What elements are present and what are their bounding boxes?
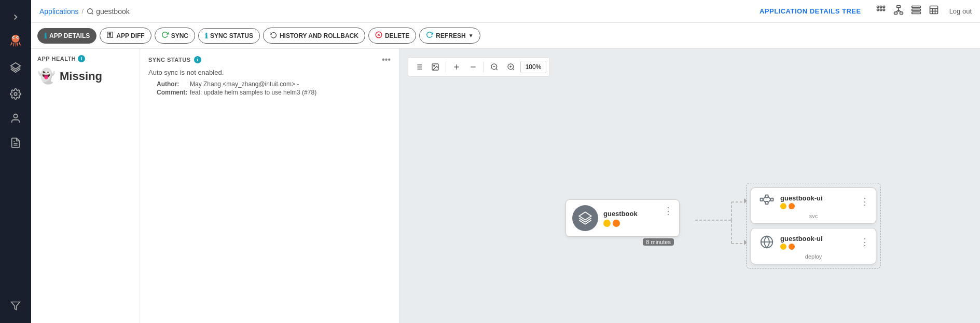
sync-label: SYNC	[171, 32, 188, 39]
app-details-icon: ℹ	[44, 32, 47, 40]
graph-connectors	[399, 49, 980, 323]
breadcrumb-app-name: guestbook	[96, 7, 130, 16]
deploy-status-orange	[789, 244, 795, 250]
delete-button[interactable]: DELETE	[368, 28, 416, 44]
applications-link[interactable]: Applications	[39, 7, 79, 16]
sync-icon	[161, 31, 169, 40]
image-toggle-button[interactable]	[428, 60, 443, 74]
svg-rect-35	[111, 32, 113, 38]
sidebar-user-icon[interactable]	[5, 108, 26, 129]
sidebar	[0, 0, 31, 323]
refresh-button[interactable]: REFRESH ▼	[419, 28, 480, 44]
svg-point-7	[13, 114, 17, 118]
svc-node-menu[interactable]: ⋮	[860, 196, 869, 207]
list-toggle-button[interactable]	[411, 60, 426, 74]
sync-more-button[interactable]: •••	[382, 55, 391, 64]
breadcrumb: Applications / guestbook	[39, 7, 130, 16]
main-node-content: guestbook	[603, 210, 658, 227]
list-view-icon[interactable]	[909, 3, 923, 20]
app-health-status: 👻 Missing	[37, 68, 133, 85]
zoom-in-mag-button[interactable]	[504, 60, 518, 74]
canvas-divider-2	[484, 62, 484, 72]
svg-point-48	[434, 65, 435, 66]
deploy-node-label: deploy	[757, 253, 869, 260]
svg-line-53	[496, 69, 498, 70]
sync-status-icon: ℹ	[205, 32, 208, 40]
sidebar-docs-icon[interactable]	[5, 132, 26, 153]
svg-rect-26	[912, 6, 920, 8]
network-view-icon[interactable]	[891, 3, 906, 20]
auto-sync-text: Auto sync is not enabled.	[148, 69, 391, 76]
side-node-bottom[interactable]: guestbook-ui ⋮ deploy	[751, 228, 876, 264]
sync-status-info-icon[interactable]: i	[194, 56, 201, 63]
zoom-out-button[interactable]	[466, 60, 480, 74]
comment-value: feat: update helm samples to use helm3 (…	[190, 89, 316, 96]
deploy-node-content: guestbook-ui	[780, 235, 856, 250]
svg-marker-10	[11, 302, 20, 310]
logout-button[interactable]: Log out	[949, 7, 972, 15]
zoom-level-input[interactable]: 100%	[520, 61, 546, 73]
svg-rect-18	[883, 9, 885, 10]
view-icons	[874, 3, 941, 20]
svc-node-content: guestbook-ui	[780, 194, 856, 209]
time-badge: 8 minutes	[643, 238, 674, 246]
refresh-icon	[426, 31, 433, 40]
app-details-button[interactable]: ℹ APP DETAILS	[37, 28, 96, 44]
svg-rect-70	[771, 198, 774, 201]
main-node-menu[interactable]: ⋮	[664, 205, 673, 217]
sidebar-nav-arrow[interactable]	[5, 7, 26, 28]
app-details-tree-link[interactable]: APPLICATION DETAILS TREE	[760, 7, 861, 15]
app-diff-button[interactable]: APP DIFF	[100, 28, 151, 44]
tree-view-icon[interactable]	[874, 3, 888, 20]
sync-comment-row: Comment: feat: update helm samples to us…	[148, 89, 391, 96]
svg-line-56	[513, 69, 514, 70]
svg-rect-28	[912, 12, 920, 14]
main-node-status	[603, 220, 658, 227]
sync-status-title: SYNC STATUS	[148, 57, 191, 63]
topbar: Applications / guestbook APPLICATION DET…	[31, 0, 980, 23]
deploy-node-menu[interactable]: ⋮	[860, 236, 869, 248]
health-status-text: Missing	[60, 70, 102, 83]
sync-status-label: SYNC STATUS	[210, 32, 253, 39]
svg-rect-27	[912, 9, 920, 10]
svg-point-4	[17, 37, 18, 38]
svg-rect-21	[900, 12, 903, 14]
refresh-dropdown-icon: ▼	[468, 33, 474, 38]
history-rollback-button[interactable]: HISTORY AND ROLLBACK	[263, 28, 365, 44]
svg-line-71	[763, 196, 766, 199]
svg-rect-29	[930, 6, 937, 14]
app-health-info-icon[interactable]: i	[78, 55, 85, 62]
sidebar-filter-icon[interactable]	[5, 295, 26, 316]
app-details-label: APP DETAILS	[49, 32, 90, 39]
sidebar-octopus-logo[interactable]	[5, 31, 26, 51]
main-node[interactable]: guestbook ⋮ 8 minutes	[565, 199, 680, 237]
app-health-title: APP HEALTH i	[37, 55, 133, 62]
svg-rect-17	[880, 9, 881, 10]
app-health-panel: APP HEALTH i 👻 Missing	[31, 49, 140, 323]
status-orange-dot	[613, 220, 620, 227]
svc-node-status	[780, 203, 856, 209]
content-area: APP HEALTH i 👻 Missing SYNC STATUS i •••…	[31, 49, 980, 323]
canvas-toolbar: 100%	[408, 57, 550, 77]
status-yellow-dot	[603, 220, 611, 227]
deploy-node-status	[780, 244, 856, 250]
svg-rect-67	[761, 198, 763, 201]
svg-point-25	[898, 10, 899, 11]
sidebar-layers-icon[interactable]	[5, 57, 26, 78]
topbar-right: APPLICATION DETAILS TREE Log out	[760, 3, 972, 20]
svg-line-74	[768, 199, 771, 203]
zoom-in-button[interactable]	[449, 60, 464, 74]
table-view-icon[interactable]	[927, 3, 941, 20]
side-node-top[interactable]: guestbook-ui ⋮ svc	[751, 187, 876, 224]
svg-rect-20	[894, 12, 897, 14]
app-diff-label: APP DIFF	[116, 32, 144, 39]
svg-line-12	[92, 12, 93, 14]
sidebar-settings-icon[interactable]	[5, 84, 26, 104]
zoom-out-mag-button[interactable]	[487, 60, 502, 74]
sync-button[interactable]: SYNC	[155, 28, 195, 44]
sync-status-button[interactable]: ℹ SYNC STATUS	[198, 28, 260, 44]
ghost-status-icon: 👻	[37, 68, 56, 85]
svg-rect-68	[766, 195, 768, 198]
svg-rect-15	[883, 6, 885, 8]
svg-rect-13	[877, 6, 878, 8]
